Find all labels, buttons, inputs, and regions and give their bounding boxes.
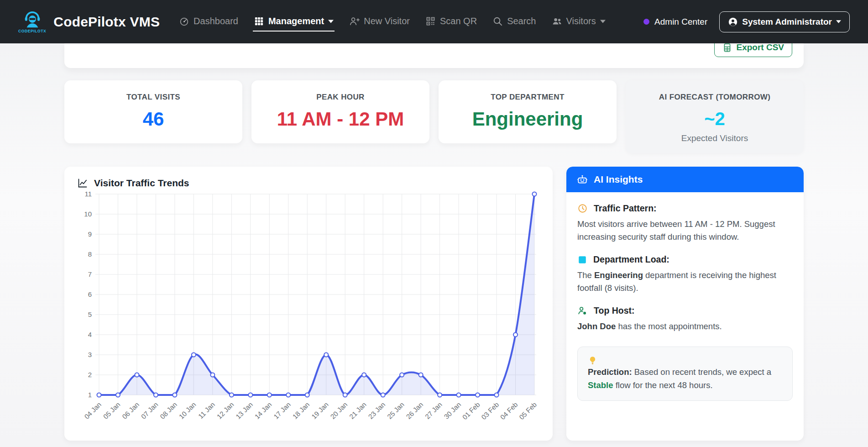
ai-insights-header: AI Insights: [566, 167, 804, 192]
insight-department-load: Department Load: The Engineering departm…: [577, 254, 793, 294]
data-point[interactable]: [400, 373, 404, 377]
data-point[interactable]: [381, 393, 385, 397]
data-point[interactable]: [343, 393, 347, 397]
nav-item-scan-qr[interactable]: Scan QR: [424, 12, 478, 32]
y-tick-label: 7: [88, 270, 92, 278]
data-point[interactable]: [154, 393, 158, 397]
x-tick-label: 30 Jan: [442, 400, 462, 421]
page-content: Export CSV TOTAL VISITS 46 PEAK HOUR 11 …: [64, 43, 804, 441]
x-tick-label: 17 Jan: [272, 400, 292, 421]
traffic-chart[interactable]: 123456789101104 Jan05 Jan06 Jan07 Jan08 …: [77, 189, 540, 428]
x-tick-label: 06 Jan: [120, 400, 141, 421]
x-tick-label: 14 Jan: [253, 400, 273, 421]
search-icon: [492, 16, 503, 26]
x-tick-label: 21 Jan: [348, 400, 368, 421]
export-csv-label: Export CSV: [736, 42, 784, 53]
y-tick-label: 9: [88, 230, 92, 238]
data-point[interactable]: [230, 393, 234, 397]
nav-item-dashboard[interactable]: Dashboard: [178, 12, 239, 32]
brand[interactable]: CODEPILOTX CodePilotx VMS: [18, 11, 160, 33]
stat-value: ~2: [631, 109, 798, 129]
chevron-down-icon: [328, 20, 334, 23]
x-tick-label: 01 Feb: [461, 400, 481, 421]
data-point[interactable]: [513, 333, 518, 337]
admin-center-link[interactable]: Admin Center: [643, 17, 707, 27]
nav-item-new-visitor[interactable]: New Visitor: [348, 12, 411, 32]
stat-value: 11 AM - 12 PM: [257, 109, 424, 130]
stat-card-top-department: TOP DEPARTMENT Engineering: [439, 80, 617, 143]
data-point[interactable]: [173, 393, 177, 397]
nav-label: New Visitor: [364, 16, 410, 26]
x-tick-label: 05 Feb: [518, 400, 538, 421]
insight-heading-text: Department Load:: [593, 254, 669, 265]
y-tick-label: 2: [88, 371, 92, 379]
nav-item-visitors[interactable]: Visitors: [551, 12, 607, 32]
stats-row: TOTAL VISITS 46 PEAK HOUR 11 AM - 12 PM …: [64, 80, 804, 153]
lightbulb-icon: [588, 356, 597, 365]
data-point[interactable]: [362, 373, 366, 377]
user-menu-label: System Administrator: [742, 17, 832, 27]
insight-traffic-pattern: Traffic Pattern: Most visitors arrive be…: [577, 203, 793, 243]
data-point[interactable]: [135, 373, 139, 377]
data-point[interactable]: [533, 192, 537, 196]
data-point[interactable]: [305, 393, 309, 397]
data-point[interactable]: [248, 393, 252, 397]
x-tick-label: 04 Feb: [499, 400, 519, 421]
data-point[interactable]: [210, 373, 214, 377]
insight-heading-text: Top Host:: [594, 305, 635, 316]
data-point[interactable]: [476, 393, 480, 397]
codepilotx-logo-icon: [23, 11, 42, 28]
data-point[interactable]: [457, 393, 461, 397]
qr-code-icon: [425, 16, 436, 26]
data-point[interactable]: [419, 373, 423, 377]
nav-label: Dashboard: [193, 16, 238, 26]
x-tick-label: 27 Jan: [424, 400, 444, 421]
stat-label: AI FORECAST (TOMORROW): [631, 93, 798, 102]
data-point[interactable]: [192, 353, 196, 357]
prediction-highlight: Stable: [588, 380, 613, 390]
data-point[interactable]: [116, 393, 120, 397]
navbar-right: Admin Center System Administrator: [643, 11, 850, 32]
status-dot: [643, 19, 649, 25]
nav-item-management[interactable]: Management: [253, 12, 335, 32]
logo-wordmark: CODEPILOTX: [18, 29, 46, 33]
x-tick-label: 19 Jan: [310, 400, 330, 421]
prediction-box: Prediction: Based on recent trends, we e…: [577, 347, 793, 401]
y-tick-label: 6: [88, 290, 92, 298]
data-point[interactable]: [438, 393, 442, 397]
y-tick-label: 1: [88, 391, 92, 399]
x-tick-label: 08 Jan: [158, 400, 178, 421]
nav-label: Scan QR: [440, 16, 477, 26]
stat-card-ai-forecast: AI FORECAST (TOMORROW) ~2 Expected Visit…: [626, 80, 804, 153]
ai-insights-panel: AI Insights Traffic Pattern: Most visito…: [566, 167, 804, 441]
robot-icon: [576, 174, 588, 185]
spreadsheet-icon: [722, 43, 732, 53]
prediction-label: Prediction:: [588, 367, 632, 377]
x-tick-label: 07 Jan: [140, 400, 160, 421]
nav-item-search[interactable]: Search: [492, 12, 537, 32]
data-point[interactable]: [286, 393, 290, 397]
insight-body-text: Most visitors arrive between 11 AM - 12 …: [577, 218, 793, 243]
user-menu-button[interactable]: System Administrator: [719, 11, 850, 32]
export-toolbar-card: Export CSV: [64, 43, 804, 68]
y-tick-label: 11: [84, 190, 92, 198]
x-tick-label: 10 Jan: [178, 400, 198, 421]
person-plus-icon: [349, 16, 360, 26]
insight-heading-text: Traffic Pattern:: [594, 203, 657, 214]
data-point[interactable]: [97, 393, 101, 397]
chart-line-icon: [77, 178, 88, 189]
x-tick-label: 03 Feb: [480, 400, 500, 421]
y-tick-label: 5: [88, 310, 92, 318]
ai-insights-body: Traffic Pattern: Most visitors arrive be…: [566, 192, 804, 401]
data-point[interactable]: [324, 353, 328, 357]
nav-label: Management: [268, 16, 324, 26]
stat-value: 46: [70, 109, 237, 130]
x-tick-label: 23 Jan: [366, 400, 387, 421]
main-nav: Dashboard Management New Visitor: [178, 12, 607, 32]
data-point[interactable]: [267, 393, 272, 397]
people-icon: [552, 16, 562, 26]
app-title: CodePilotx VMS: [53, 14, 160, 30]
person-badge-icon: [577, 305, 588, 316]
stat-label: TOTAL VISITS: [70, 93, 237, 102]
data-point[interactable]: [495, 393, 499, 397]
